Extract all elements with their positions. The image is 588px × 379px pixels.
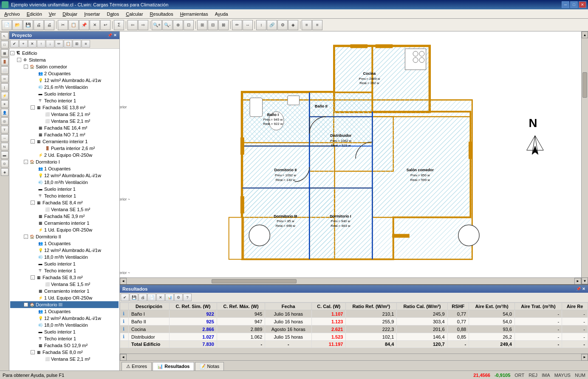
tb-grid2[interactable]: ⊟ <box>208 20 218 30</box>
tree-item-d3_suelo[interactable]: ▬Suelo interior 1 <box>10 328 119 335</box>
menu-calcular[interactable]: Calcular <box>122 11 146 17</box>
table-row[interactable]: Total Edificio 7.830 - - 11.197 84,4 120… <box>120 341 588 348</box>
tree-item-alumbrado1[interactable]: 💡12 w/m² Alumbrado AL-i/1w <box>10 77 119 84</box>
tree-item-sistema[interactable]: -⚙Sistema <box>10 57 119 63</box>
tb-extra[interactable]: ≡ <box>312 20 322 30</box>
lt-wall[interactable]: ▦ <box>1 49 8 57</box>
tb-zoom-all[interactable]: ⊕ <box>173 20 183 30</box>
tb-b2[interactable]: ⇨ <box>138 20 148 30</box>
tree-expand-d2_fachada[interactable]: - <box>31 275 35 280</box>
tree-item-d1_ocup[interactable]: 👥1 Ocupantes <box>10 165 119 172</box>
rt-config[interactable]: ⚙ <box>174 294 183 301</box>
tree-item-edificio[interactable]: -🏗Edificio <box>10 50 119 57</box>
rt-report[interactable]: 📄 <box>147 294 156 301</box>
tree-expand-d3_fachada_se[interactable]: - <box>31 350 35 354</box>
tree-item-d3_alum[interactable]: 💡12 w/m² Alumbrado AL-i/1w <box>10 315 119 322</box>
lt-equip[interactable]: ⚡ <box>1 92 8 99</box>
tree-item-d3_ocup[interactable]: 👥1 Ocupantes <box>10 308 119 315</box>
minimize-button[interactable]: ─ <box>562 1 569 8</box>
tree-expand-dormitorio2[interactable]: - <box>24 235 28 239</box>
res-scroll-right[interactable]: ► <box>581 354 588 361</box>
tree-item-ventana_se2[interactable]: ⬜Ventana SE 2,1 m² <box>10 118 119 124</box>
tree-item-d2_suelo[interactable]: ▬Suelo interior 1 <box>10 260 119 267</box>
pt-del[interactable]: ✕ <box>28 40 37 48</box>
tree-item-fachada_no1[interactable]: ▦Fachada NO 7,1 m² <box>10 131 119 138</box>
h-scrollbar[interactable]: ◄ ► <box>120 277 581 284</box>
menu-dibujar[interactable]: Dibujar <box>59 11 81 17</box>
pt-copy[interactable]: 📋 <box>64 40 72 48</box>
h-scroll-thumb[interactable] <box>212 279 297 283</box>
tree-item-d3_vent[interactable]: 💨18,0 m³/h Ventilación <box>10 322 119 328</box>
tb-cut[interactable]: ✂ <box>58 20 68 30</box>
tree-item-cerramiento1[interactable]: -▦Cerramiento interior 1 <box>10 138 119 145</box>
menu-archivo[interactable]: Archivo <box>1 11 23 17</box>
tb-link[interactable]: 🔗 <box>267 20 277 30</box>
tree-item-d1_equipo[interactable]: ⚡1 Ud. Equipo OR-250w <box>10 226 119 233</box>
tree-expand-d1_fachada[interactable]: - <box>31 201 35 205</box>
tree-item-d1_fachada2[interactable]: ▦Fachada NE 3,9 m² <box>10 213 119 220</box>
tb-zoom-in[interactable]: 🔍+ <box>152 20 162 30</box>
drawing-canvas[interactable]: Cocina Prev.= 2889 w Real.= 262 w Baño I… <box>120 31 581 277</box>
tab-notas[interactable]: 📝 Notas <box>195 362 224 371</box>
lt-misc[interactable]: ⊙ <box>1 160 8 167</box>
rt-help[interactable]: ? <box>183 294 192 301</box>
tree-item-d2_fachada[interactable]: -▦Fachada SE 8,3 m² <box>10 274 119 281</box>
table-row[interactable]: ℹ Baño II 925 947 Julio 16 horas 1.123 2… <box>120 318 588 325</box>
tree-expand-sistema[interactable]: - <box>17 58 21 62</box>
tab-resultados[interactable]: 📊 Resultados <box>153 362 194 371</box>
tree-item-ventilacion1[interactable]: 💨21,6 m³/h Ventilación <box>10 84 119 91</box>
tree-item-dormitorio2[interactable]: -🏠Dormitorio II <box>10 233 119 240</box>
rt-save[interactable]: 💾 <box>130 294 138 301</box>
lt-misc2[interactable]: ◈ <box>1 168 8 176</box>
row-info-btn[interactable]: ℹ <box>120 310 129 318</box>
rt-graph[interactable]: 📊 <box>165 294 174 301</box>
rt-check[interactable]: ✔ <box>121 294 129 301</box>
tree-item-d1_vent[interactable]: 💨18,0 m³/h Ventilación <box>10 179 119 186</box>
tb-paste[interactable]: 📌 <box>79 20 89 30</box>
v-scrollbar[interactable]: ▲ ▼ <box>581 31 588 284</box>
tree-expand-cerramiento1[interactable]: - <box>31 139 35 144</box>
tb-undo[interactable]: ↩ <box>100 20 110 30</box>
tree-item-d3_ventana[interactable]: ⬜Ventana SE 2,1 m² <box>10 356 119 362</box>
tree-item-dormitorio3[interactable]: -🏠Dormitorio III <box>10 301 119 308</box>
results-h-scrollbar[interactable]: ◄ ► <box>120 354 588 360</box>
table-row[interactable]: ℹ Baño I 922 945 Julio 16 horas 1.107 21… <box>120 310 588 318</box>
pt-edit[interactable]: ✏ <box>55 40 63 48</box>
lt-floor[interactable]: ▬ <box>1 151 8 159</box>
rt-print[interactable]: 🖨 <box>139 294 147 301</box>
tb-print2[interactable]: 🖨 <box>44 20 54 30</box>
tree-expand-dormitorio3[interactable]: - <box>24 303 28 307</box>
tree-item-d2_cerramiento[interactable]: ▦Cerramiento interior 1 <box>10 288 119 294</box>
pt-list[interactable]: ≡ <box>82 40 90 48</box>
tree-expand-salon[interactable]: - <box>24 65 28 69</box>
tree-item-d2_ventana[interactable]: ⬜Ventana SE 1,5 m² <box>10 281 119 288</box>
menu-ayuda[interactable]: Ayuda <box>212 11 232 17</box>
tree-item-suelo1[interactable]: ▬Suelo interior 1 <box>10 91 119 97</box>
tree-item-dormitorio1[interactable]: -🏠Dormitorio I <box>10 158 119 165</box>
tree-item-d2_alum[interactable]: 💡12 w/m² Alumbrado AL-i/1w <box>10 247 119 254</box>
tb-grid[interactable]: ⊞ <box>197 20 207 30</box>
results-table-container[interactable]: Descripción C. Ref. Sim. (W) C. Ref. Máx… <box>120 303 588 354</box>
tree-item-d2_vent[interactable]: 💨18,0 m³/h Ventilación <box>10 254 119 260</box>
tree-item-puerta1[interactable]: 🚪Puerta interior 2,6 m² <box>10 145 119 152</box>
row-info-btn[interactable]: ℹ <box>120 325 129 333</box>
lt-person[interactable]: 👤 <box>1 109 8 116</box>
tree-item-equipo1[interactable]: ⚡2 Ud. Equipo OR-250w <box>10 152 119 158</box>
menu-resultados[interactable]: Resultados <box>147 11 177 17</box>
table-row[interactable]: ℹ Distribuidor 1.027 1.062 Julio 15 hora… <box>120 333 588 341</box>
lt-vent[interactable]: ◎ <box>1 117 8 125</box>
row-info-btn[interactable]: ℹ <box>120 318 129 325</box>
lt-light[interactable]: ☀ <box>1 100 8 108</box>
pt-grid[interactable]: ⊞ <box>73 40 81 48</box>
tb-new[interactable]: 📄 <box>2 20 12 30</box>
lt-door[interactable]: 🚪 <box>1 58 8 65</box>
tb-move[interactable]: ↕ <box>256 20 266 30</box>
tree-item-d1_ventana[interactable]: ⬜Ventana SE 1,5 m² <box>10 206 119 213</box>
lt-beam[interactable]: ═ <box>1 75 8 82</box>
tree-item-salon[interactable]: -🏠Salón comedor <box>10 63 119 70</box>
tb-delete[interactable]: ✕ <box>90 20 100 30</box>
pt-up[interactable]: ↑ <box>37 40 45 48</box>
tree-item-d1_alum[interactable]: 💡12 w/m² Alumbrado AL-i/1w <box>10 172 119 179</box>
tb-tool2[interactable]: ◈ <box>288 20 298 30</box>
row-info-btn[interactable]: ℹ <box>120 333 129 341</box>
